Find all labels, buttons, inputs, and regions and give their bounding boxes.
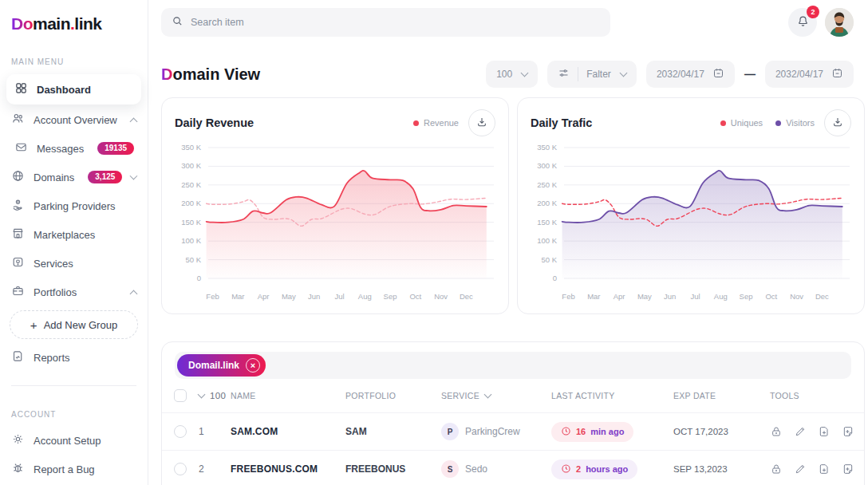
edit-tool-button[interactable] (794, 463, 807, 475)
chip-remove-button[interactable]: × (246, 358, 260, 373)
sidebar-item-report-a-bug[interactable]: Report a Bug (0, 455, 148, 483)
chevron-down-icon (130, 172, 138, 179)
svg-text:300 K: 300 K (537, 161, 557, 170)
sidebar-item-messages[interactable]: Messages 19135 (0, 135, 148, 162)
report-icon (11, 349, 25, 365)
search-icon (172, 15, 183, 30)
domain-name: SAM.COM (231, 426, 345, 437)
sidebar-item-dashboard[interactable]: Dashboard (6, 74, 141, 104)
lock-tool-button[interactable] (770, 463, 783, 475)
legend-item-revenue[interactable]: Revenue (413, 118, 459, 128)
export-file-tool-button[interactable] (842, 463, 854, 475)
svg-text:Apr: Apr (258, 292, 270, 301)
sidebar-item-label: Reports (34, 352, 70, 364)
brand-logo: Domain.link (0, 11, 148, 34)
tools-cell (770, 425, 864, 438)
main-content: 2 Domain View 100 Falter (148, 0, 868, 485)
last-activity-cell: 16 min ago (551, 422, 673, 442)
service-cell: S Sedo (441, 460, 551, 478)
sidebar-item-domains[interactable]: Domains 3,125 (0, 164, 148, 191)
svg-text:Oct: Oct (765, 292, 777, 301)
svg-text:200 K: 200 K (181, 199, 201, 207)
download-chart-button[interactable] (824, 109, 851, 136)
legend-dot (775, 120, 781, 126)
calendar-icon (712, 67, 724, 81)
lock-tool-button[interactable] (770, 425, 783, 438)
svg-text:Oct: Oct (409, 292, 421, 301)
legend-label: Visitors (786, 118, 815, 128)
messages-count-badge: 19135 (97, 142, 134, 155)
mail-icon (14, 140, 28, 156)
svg-text:Jun: Jun (308, 292, 320, 301)
svg-text:100 K: 100 K (181, 236, 201, 245)
daily-traffic-card: Daily Trafic Uniques Visitors 350 K300 K… (517, 97, 865, 314)
date-from-picker[interactable]: 2032/04/17 (646, 61, 735, 88)
row-checkbox[interactable] (174, 425, 187, 438)
portfolio-name: SAM (345, 426, 441, 437)
legend-item-visitors[interactable]: Visitors (775, 118, 815, 128)
svg-text:May: May (282, 292, 296, 301)
add-file-tool-button[interactable] (818, 425, 831, 438)
svg-text:Aug: Aug (358, 292, 372, 301)
sidebar-item-account-setup[interactable]: Account Setup (0, 427, 148, 454)
sidebar-item-reports[interactable]: Reports (0, 344, 148, 371)
table-count-dropdown[interactable]: 100 (199, 391, 231, 400)
column-header-service[interactable]: SERVICE (441, 391, 551, 400)
svg-text:Nov: Nov (790, 292, 803, 301)
filter-select[interactable]: Falter (547, 61, 637, 88)
sidebar-item-services[interactable]: Services (0, 250, 148, 277)
activity-pill: 16 min ago (551, 422, 633, 442)
sidebar-item-marketplaces[interactable]: Marketplaces (0, 221, 148, 248)
notification-count-badge: 2 (807, 6, 819, 18)
svg-text:Jun: Jun (664, 292, 676, 301)
edit-tool-button[interactable] (794, 425, 807, 438)
page-controls: 100 Falter 2032/04/17 — 2032/04/17 (486, 61, 854, 88)
table-header-row: 100 NAME PORTFOLIO SERVICE LAST ACTIVITY… (162, 379, 864, 412)
svg-text:250 K: 250 K (537, 180, 557, 189)
date-to-picker[interactable]: 2032/04/17 (765, 61, 854, 88)
plus-icon: + (30, 318, 37, 332)
legend-item-uniques[interactable]: Uniques (720, 118, 763, 128)
download-icon (831, 116, 844, 131)
service-cell: P ParkingCrew (441, 423, 551, 440)
brand-logo-suffix: link (74, 14, 101, 33)
domain-name: FREEBONUS.COM (231, 463, 345, 475)
page-size-value: 100 (496, 69, 512, 80)
column-header-exp-date: EXP DATE (673, 391, 770, 400)
column-header-service-label: SERVICE (441, 391, 479, 400)
svg-text:50 K: 50 K (185, 255, 201, 264)
page-size-select[interactable]: 100 (486, 61, 538, 88)
add-file-tool-button[interactable] (818, 463, 831, 475)
download-chart-button[interactable] (468, 109, 495, 136)
sliders-icon (558, 67, 570, 81)
svg-text:100 K: 100 K (537, 236, 557, 245)
tools-cell (770, 463, 864, 475)
sidebar-item-portfolios[interactable]: Portfolios (0, 278, 148, 306)
sidebar-item-parking-providers[interactable]: Parking Providers (0, 192, 148, 219)
brand-logo-prefix: Do (11, 14, 33, 33)
svg-text:0: 0 (553, 274, 557, 282)
column-header-name: NAME (231, 391, 345, 400)
activity-unit: hours ago (586, 464, 628, 474)
notifications-button[interactable]: 2 (788, 8, 817, 37)
search-input[interactable] (191, 17, 600, 28)
sidebar-item-account-overview[interactable]: Account Overview (0, 106, 148, 133)
page-title-initial: D (161, 65, 172, 83)
row-checkbox[interactable] (174, 463, 187, 475)
export-file-tool-button[interactable] (842, 425, 854, 438)
chart-header: Daily Trafic Uniques Visitors (531, 109, 851, 136)
svg-text:Jul: Jul (690, 292, 700, 301)
domains-count-badge: 3,125 (88, 171, 122, 183)
select-all-checkbox[interactable] (174, 389, 187, 402)
sidebar-item-label: Dashboard (37, 84, 91, 96)
avatar[interactable] (825, 8, 854, 37)
add-new-group-button[interactable]: + Add New Group (10, 310, 138, 339)
chevron-down-icon (484, 390, 492, 398)
sidebar-item-label: Messages (37, 143, 84, 155)
svg-text:150 K: 150 K (537, 218, 557, 227)
page-title: Domain View (161, 65, 260, 84)
last-activity-cell: 2 hours ago (551, 459, 673, 479)
clock-icon (561, 463, 571, 475)
filter-chip[interactable]: Domail.link × (177, 354, 266, 377)
svg-text:300 K: 300 K (181, 161, 201, 170)
